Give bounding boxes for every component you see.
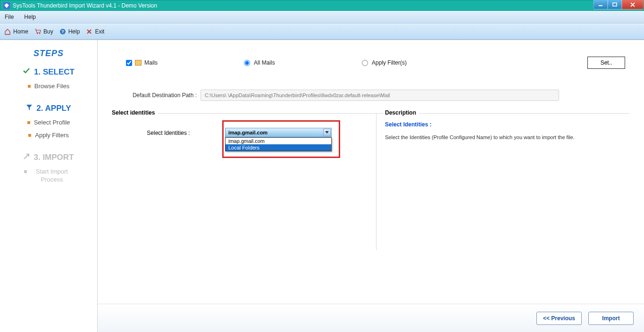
combo-option-local[interactable]: Local Folders — [226, 144, 331, 151]
identities-combobox[interactable]: imap.gmail.com — [225, 128, 332, 137]
menu-file[interactable]: File — [5, 14, 14, 20]
svg-point-3 — [39, 33, 40, 34]
bullet-icon — [28, 85, 31, 88]
all-mails-radio[interactable] — [244, 60, 250, 66]
folder-icon — [135, 60, 142, 66]
toolbar-buy[interactable]: Buy — [34, 28, 53, 35]
svg-text:?: ? — [61, 29, 64, 34]
dest-path-label: Default Destination Path : — [112, 92, 201, 99]
svg-point-2 — [37, 33, 38, 34]
close-button[interactable] — [622, 0, 644, 9]
maximize-button[interactable] — [608, 0, 622, 9]
toolbar-exit[interactable]: Exit — [85, 28, 104, 35]
arrow-icon — [23, 153, 30, 162]
previous-button[interactable]: << Previous — [536, 312, 582, 325]
section-title-identities: Select identities — [112, 109, 158, 116]
step-1-sub-label: Browse Files — [34, 83, 69, 90]
step-3-sub-start[interactable]: Start Import Process — [0, 168, 97, 184]
toolbar-help[interactable]: ? Help — [59, 28, 80, 35]
filter-icon — [26, 104, 33, 113]
description-text: Select the Identities (Profile Configure… — [385, 134, 623, 140]
svg-rect-1 — [613, 3, 617, 6]
toolbar: Home Buy ? Help Exit — [0, 24, 644, 40]
bullet-icon — [27, 121, 30, 124]
step-1-label: 1. SELECT — [34, 67, 75, 77]
menu-help[interactable]: Help — [24, 14, 36, 20]
set-button[interactable]: Set.. — [587, 57, 625, 69]
cart-icon — [34, 28, 42, 35]
titlebar: SysTools Thunderbird Import Wizard v4.1 … — [0, 0, 644, 11]
step-2-apply[interactable]: 2. APPLY — [26, 104, 71, 113]
apply-filters-radio[interactable] — [362, 60, 368, 66]
toolbar-home-label: Home — [13, 28, 28, 35]
apply-filters-label: Apply Filter(s) — [372, 59, 407, 66]
chevron-down-icon — [323, 129, 331, 136]
bullet-icon — [24, 170, 27, 173]
minimize-button[interactable] — [594, 0, 608, 9]
check-icon — [23, 67, 30, 77]
mails-checkbox[interactable] — [126, 60, 132, 66]
step-2-label: 2. APPLY — [36, 104, 71, 113]
step-2-sub2-label: Apply Filters — [35, 132, 69, 139]
select-identities-label: Select Identities : — [112, 128, 225, 136]
toolbar-home[interactable]: Home — [4, 28, 28, 35]
toolbar-exit-label: Exit — [95, 28, 104, 35]
menubar: File Help — [0, 11, 644, 24]
steps-heading: STEPS — [0, 49, 97, 58]
sidebar: STEPS 1. SELECT Browse Files 2. APPLY Se… — [0, 40, 98, 332]
description-section: Description Select Identities : Select t… — [376, 113, 630, 250]
main-panel: Mails All Mails Apply Filter(s) Set.. De… — [98, 40, 644, 332]
import-button[interactable]: Import — [588, 312, 634, 325]
step-1-select[interactable]: 1. SELECT — [23, 67, 75, 77]
window-title: SysTools Thunderbird Import Wizard v4.1 … — [13, 2, 157, 9]
step-2-sub1-label: Select Profile — [34, 119, 70, 126]
footer: << Previous Import — [98, 304, 644, 332]
identities-dropdown-list: imap.gmail.com Local Folders — [225, 137, 332, 151]
step-2-sub-profile[interactable]: Select Profile — [0, 119, 97, 126]
step-2-sub-filters[interactable]: Apply Filters — [0, 132, 97, 139]
toolbar-help-label: Help — [68, 28, 80, 35]
exit-icon — [85, 28, 93, 35]
help-icon: ? — [59, 28, 67, 35]
toolbar-buy-label: Buy — [43, 28, 53, 35]
step-3-label: 3. IMPORT — [33, 153, 74, 162]
combo-option-imap[interactable]: imap.gmail.com — [226, 138, 331, 144]
svg-rect-0 — [599, 5, 602, 6]
home-icon — [4, 28, 11, 35]
step-3-import[interactable]: 3. IMPORT — [23, 153, 74, 162]
step-1-sub-browse[interactable]: Browse Files — [0, 83, 97, 90]
section-title-description: Description — [383, 109, 419, 116]
description-heading: Select Identities : — [385, 121, 623, 128]
mails-label: Mails — [144, 59, 158, 66]
step-3-sub-label: Start Import Process — [31, 168, 73, 184]
all-mails-label: All Mails — [254, 59, 275, 66]
bullet-icon — [28, 134, 31, 137]
select-identities-section: Select identities Select Identities : im… — [112, 113, 376, 250]
combobox-value: imap.gmail.com — [228, 130, 268, 135]
app-icon — [3, 2, 10, 9]
dest-path-value: C:\Users\ \AppData\Roaming\Thunderbird\P… — [201, 90, 559, 101]
